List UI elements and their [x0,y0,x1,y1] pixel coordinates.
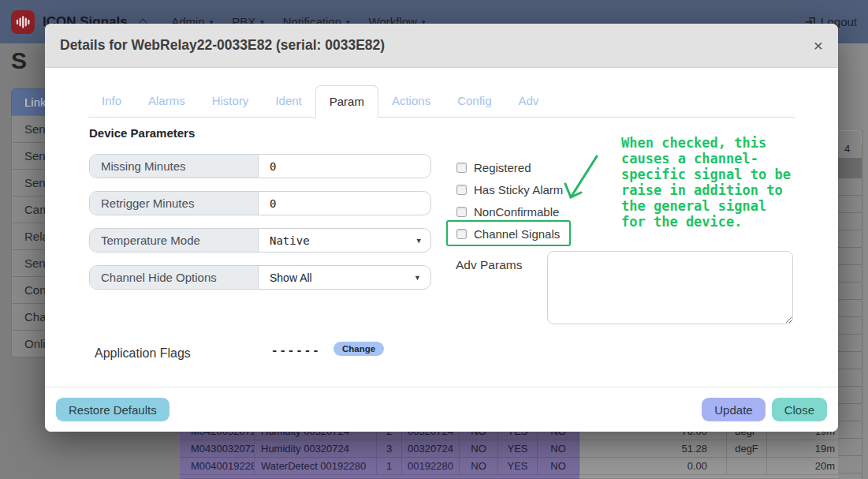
adv-params-label: Adv Params [456,258,522,272]
checkbox-row-nonconfirmable: NonConfirmable [456,204,559,219]
field-label: Retrigger Minutes [90,192,259,215]
cell-serial: 00320724 [402,440,460,458]
row-segment [180,475,579,479]
application-flags-label: Application Flags [95,346,191,361]
cell-unit: degF [727,440,767,458]
modal-header: Details for WebRelay22-0033E82 (serial: … [45,24,838,68]
retrigger-minutes-input[interactable]: 0 [259,192,430,215]
application-flags-value: ------ [271,344,321,357]
checkbox-row-sticky-alarm: Has Sticky Alarm [456,182,563,196]
tab-actions[interactable]: Actions [378,85,444,117]
close-button[interactable]: Close [772,398,827,421]
tab-param[interactable]: Param [315,85,378,118]
cell-flag-2: YES [498,440,538,458]
cell-device-id: M00400192280 [180,458,255,475]
tab-alarms[interactable]: Alarms [135,85,199,117]
cell-device-name: WaterDetect 00192280 [255,458,377,475]
temperature-mode-select[interactable]: Native ▼ [259,229,430,252]
cell-flag-1: NO [460,458,498,475]
annotation-arrow [549,150,613,217]
selected-option: Native [270,234,310,247]
restore-defaults-button[interactable]: Restore Defaults [56,398,170,421]
field-label: Missing Minutes [90,155,259,178]
cell-channel: 3 [377,440,402,458]
table-row[interactable]: M04300320724 Humidity 00320724 3 0032072… [180,440,840,458]
annotation-text: When checked, this causes a channel- spe… [621,135,822,230]
field-retrigger-minutes: Retrigger Minutes 0 [89,191,431,215]
checkbox-label: NonConfirmable [474,205,559,219]
cell-flag-2: YES [498,458,538,475]
chevron-down-icon: ▼ [417,237,421,245]
column-divider [862,130,862,479]
tab-history[interactable]: History [199,85,263,117]
cell-unit [727,458,767,475]
selected-option: Show All [270,271,312,284]
registered-checkbox[interactable] [456,163,467,173]
table-row-partial [180,475,840,479]
background-table-edge: 4 [838,43,868,479]
has-sticky-alarm-checkbox[interactable] [456,185,467,195]
cell-age: 20m [767,458,840,475]
checkbox-label: Registered [474,161,531,174]
checkbox-row-registered: Registered [456,160,531,174]
chevron-down-icon: ▼ [414,274,421,282]
tab-info[interactable]: Info [88,85,135,117]
cell-flag-3: NO [538,440,579,458]
field-label: Channel Hide Options [90,266,259,289]
page-title: S [11,47,27,74]
cell-value: 0.00 [579,458,727,475]
screen: ICON Signals ⌂ Admin ▾ PBX ▾ Notificatio… [0,0,868,479]
field-temperature-mode: Temperature Mode Native ▼ [89,228,431,253]
change-flags-button[interactable]: Change [333,342,384,356]
column-header: 4 [844,143,850,155]
cell-value: 51.28 [579,440,727,458]
update-button[interactable]: Update [702,398,765,421]
field-missing-minutes: Missing Minutes 0 [89,154,431,178]
modal-tabs: Info Alarms History Ident Param Actions … [88,85,795,118]
modal-footer: Restore Defaults Update Close [45,387,838,432]
tab-config[interactable]: Config [444,85,505,117]
field-channel-hide-options: Channel Hide Options Show All ▼ [89,265,431,290]
tab-ident[interactable]: Ident [262,85,315,117]
cell-device-id: M04300320724 [180,440,255,458]
cell-age: 19m [767,440,840,458]
cell-channel: 1 [377,458,402,475]
modal-title: Details for WebRelay22-0033E82 (serial: … [60,37,385,54]
field-label: Temperature Mode [90,229,259,252]
table-row-lines [838,178,862,479]
cell-flag-3: NO [538,458,579,475]
highlight-box [446,220,571,246]
channel-hide-options-select[interactable]: Show All ▼ [259,266,430,289]
table-header-cell [838,158,862,178]
row-segment [579,475,840,479]
missing-minutes-input[interactable]: 0 [259,155,430,178]
brand-logo-icon [11,10,35,34]
cell-flag-1: NO [460,440,498,458]
section-heading: Device Parameters [89,126,195,140]
table-row[interactable]: M00400192280 WaterDetect 00192280 1 0019… [180,458,840,475]
cell-device-name: Humidity 00320724 [255,440,377,458]
tab-adv[interactable]: Adv [505,85,553,117]
device-details-modal: Details for WebRelay22-0033E82 (serial: … [45,24,838,432]
adv-params-textarea[interactable] [547,251,793,324]
cell-serial: 00192280 [402,458,460,475]
close-icon[interactable]: × [814,37,823,54]
nonconfirmable-checkbox[interactable] [456,207,467,217]
